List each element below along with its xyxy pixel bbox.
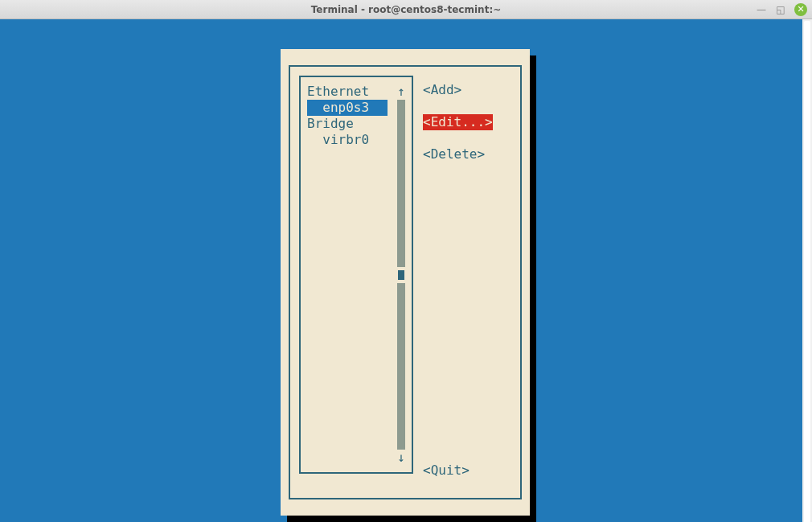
nmtui-dialog: Ethernet enp0s3Bridge virbr0 ↑ ↓ <Add> (281, 49, 530, 516)
close-icon[interactable]: ✕ (794, 3, 807, 16)
edit-button[interactable]: <Edit...> (423, 114, 493, 130)
window-controls: — ◱ ✕ (756, 3, 807, 16)
connection-type-label: Ethernet (307, 84, 388, 100)
quit-button[interactable]: <Quit> (423, 462, 470, 479)
terminal-scrollbar[interactable] (802, 19, 812, 522)
maximize-icon[interactable]: ◱ (775, 4, 786, 15)
connection-item[interactable]: virbr0 (307, 132, 388, 148)
connection-listbox[interactable]: Ethernet enp0s3Bridge virbr0 ↑ ↓ (299, 76, 413, 474)
connection-type-label: Bridge (307, 116, 388, 132)
terminal-viewport: Ethernet enp0s3Bridge virbr0 ↑ ↓ <Add> (0, 19, 812, 522)
connection-item[interactable]: enp0s3 (307, 100, 388, 116)
minimize-icon[interactable]: — (756, 4, 767, 15)
scroll-track[interactable] (397, 100, 405, 450)
scroll-segment-top (397, 100, 405, 267)
dialog-border: Ethernet enp0s3Bridge virbr0 ↑ ↓ <Add> (289, 65, 522, 499)
terminal-scrollbar-thumb[interactable] (804, 21, 810, 522)
scroll-handle-block-icon (398, 270, 404, 280)
dialog-side-buttons: <Add> <Edit...> <Delete> (423, 82, 511, 162)
scroll-up-arrow-icon[interactable]: ↑ (397, 84, 405, 100)
connection-list: Ethernet enp0s3Bridge virbr0 (307, 84, 388, 148)
scroll-segment-bottom (397, 283, 405, 450)
add-button[interactable]: <Add> (423, 82, 511, 98)
scroll-handle[interactable] (397, 267, 405, 283)
window-title: Terminal - root@centos8-tecmint:~ (311, 4, 501, 15)
listbox-scrollbar[interactable]: ↑ ↓ (397, 84, 405, 466)
delete-button[interactable]: <Delete> (423, 146, 511, 162)
window-titlebar: Terminal - root@centos8-tecmint:~ — ◱ ✕ (0, 0, 812, 19)
scroll-down-arrow-icon[interactable]: ↓ (397, 450, 405, 466)
